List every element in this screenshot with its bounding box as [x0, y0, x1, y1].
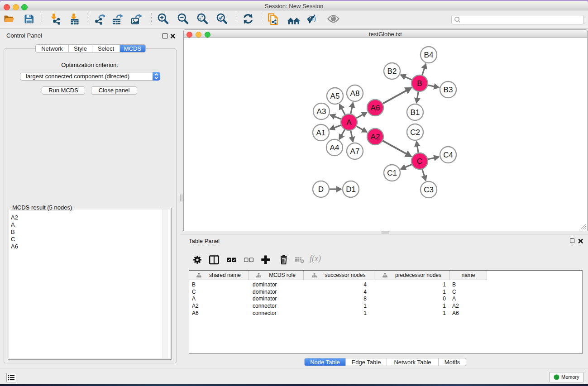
svg-text:C2: C2 [410, 128, 420, 137]
svg-text:B1: B1 [411, 108, 420, 117]
svg-text:A1: A1 [316, 129, 326, 137]
svg-text:B: B [417, 79, 422, 88]
svg-text:C1: C1 [387, 169, 397, 177]
svg-text:D1: D1 [346, 185, 356, 194]
svg-text:B4: B4 [424, 51, 434, 59]
svg-text:C3: C3 [424, 186, 434, 194]
svg-text:B3: B3 [444, 86, 453, 94]
svg-text:A6: A6 [371, 104, 380, 112]
svg-text:A4: A4 [330, 143, 339, 152]
svg-text:A: A [346, 118, 352, 127]
svg-text:A3: A3 [317, 107, 326, 116]
svg-text:C: C [417, 157, 422, 166]
svg-text:D: D [318, 185, 324, 194]
svg-text:A5: A5 [330, 92, 340, 100]
svg-text:A2: A2 [371, 133, 380, 141]
svg-text:A8: A8 [350, 89, 360, 98]
svg-text:B2: B2 [387, 67, 397, 76]
svg-text:C4: C4 [443, 151, 453, 159]
svg-text:A7: A7 [350, 147, 360, 156]
